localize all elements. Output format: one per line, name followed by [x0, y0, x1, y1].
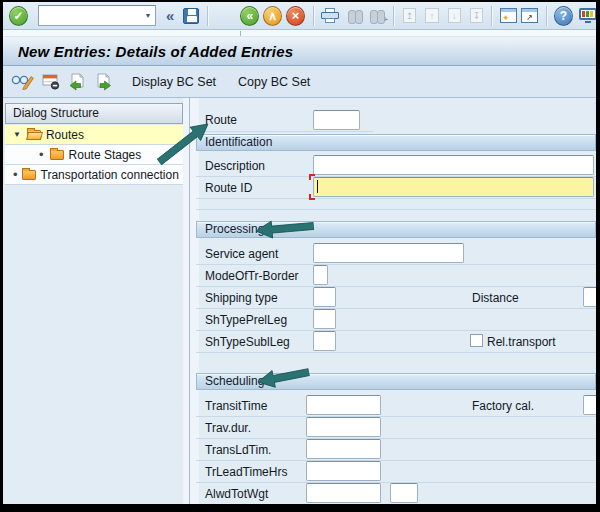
- service-agent-input[interactable]: [313, 243, 464, 263]
- menu-strip: [3, 30, 596, 37]
- route-id-input[interactable]: [313, 177, 594, 197]
- delete-entry-icon[interactable]: [42, 73, 60, 90]
- first-page-icon: ↥: [406, 11, 414, 21]
- sidebar-item-transportation-connection[interactable]: • Transportation connection: [5, 165, 183, 185]
- mode-of-tr-border-label: ModeOfTr-Border: [205, 267, 299, 285]
- sidebar-item-label: Route Stages: [69, 148, 142, 162]
- enter-button[interactable]: ✓: [9, 6, 28, 26]
- trav-dur-input[interactable]: [306, 417, 381, 437]
- find-next-button[interactable]: +: [370, 10, 385, 22]
- folder-icon: [22, 170, 36, 180]
- route-input[interactable]: [313, 110, 360, 130]
- content-area: Dialog Structure ▼ Routes • Route Stages…: [3, 98, 596, 504]
- toolbar-separator: [546, 6, 547, 26]
- last-page-icon: ↧: [473, 11, 481, 21]
- focus-corner: [309, 194, 315, 200]
- cancel-button[interactable]: ×: [286, 6, 305, 26]
- tr-lead-time-hrs-label: TrLeadTimeHrs: [205, 463, 287, 481]
- chevron-expanded-icon[interactable]: ▼: [13, 130, 21, 139]
- tr-lead-time-hrs-input[interactable]: [306, 461, 381, 481]
- folder-open-icon: [27, 130, 41, 140]
- rel-transport-label: Rel.transport: [487, 333, 556, 351]
- bullet-icon: •: [13, 167, 18, 182]
- route-label: Route: [205, 111, 237, 129]
- trans-ld-tim-label: TransLdTim.: [205, 441, 271, 459]
- section-identification: Identification: [196, 134, 596, 151]
- toolbar-separator: [393, 6, 394, 26]
- page-title: New Entries: Details of Added Entries: [18, 43, 293, 60]
- factory-cal-input[interactable]: [583, 395, 596, 415]
- last-page-button[interactable]: ↧: [470, 8, 483, 23]
- first-page-button[interactable]: ↥: [403, 8, 416, 23]
- next-page-icon: ↓: [452, 11, 457, 21]
- shipping-type-input[interactable]: [313, 287, 336, 307]
- panel-divider: [189, 98, 190, 504]
- section-processing: Processing: [196, 221, 596, 238]
- transit-time-input[interactable]: [306, 395, 381, 415]
- route-id-label: Route ID: [205, 179, 252, 197]
- create-shortcut-button[interactable]: ↗: [521, 8, 538, 23]
- distance-input[interactable]: [583, 287, 596, 307]
- find-button[interactable]: [348, 10, 363, 22]
- rel-transport-checkbox[interactable]: [470, 334, 483, 347]
- binoculars-plus-icon: +: [383, 15, 388, 24]
- collapse-button[interactable]: «: [166, 7, 174, 24]
- new-session-icon: ✦: [502, 13, 510, 23]
- toolbar-separator: [207, 6, 208, 26]
- customize-layout-button[interactable]: [579, 8, 596, 23]
- sidebar-item-label: Transportation connection: [41, 168, 179, 182]
- help-button[interactable]: ?: [554, 6, 573, 26]
- help-icon: ?: [560, 9, 567, 23]
- shipping-type-label: Shipping type: [205, 289, 278, 307]
- check-icon: ✓: [13, 9, 23, 23]
- alwd-tot-wgt-label: AlwdTotWgt: [205, 485, 268, 503]
- previous-entry-icon[interactable]: [68, 73, 86, 91]
- cancel-icon: ×: [292, 8, 300, 23]
- transit-time-label: TransitTime: [205, 397, 267, 415]
- mode-of-tr-border-input[interactable]: [313, 265, 328, 285]
- chevron-down-icon[interactable]: ▼: [141, 12, 155, 19]
- previous-page-icon: ↑: [430, 11, 435, 21]
- trav-dur-label: Trav.dur.: [205, 419, 251, 437]
- sap-gui-window: ✓ ▼ « « ∧ × + ↥ ↑ ↓ ↧ ✦ ↗ ?: [0, 0, 600, 512]
- system-toolbar: ✓ ▼ « « ∧ × + ↥ ↑ ↓ ↧ ✦ ↗ ?: [3, 2, 596, 30]
- sh-type-subl-leg-label: ShTypeSublLeg: [205, 333, 290, 351]
- application-toolbar: Display BC Set Copy BC Set: [3, 66, 596, 98]
- sidebar-item-label: Routes: [46, 128, 84, 142]
- back-button[interactable]: «: [240, 6, 259, 26]
- dialog-structure-header: Dialog Structure: [5, 103, 183, 124]
- toolbar-separator: [313, 6, 314, 26]
- next-page-button[interactable]: ↓: [448, 8, 461, 23]
- sh-type-prel-leg-input[interactable]: [313, 309, 336, 329]
- distance-label: Distance: [472, 289, 519, 307]
- service-agent-label: Service agent: [205, 245, 278, 263]
- copy-bc-set-button[interactable]: Copy BC Set: [238, 75, 310, 89]
- description-label: Description: [205, 157, 265, 175]
- trans-ld-tim-input[interactable]: [306, 439, 381, 459]
- next-entry-icon[interactable]: [94, 73, 112, 91]
- display-bc-set-button[interactable]: Display BC Set: [132, 75, 216, 89]
- print-button[interactable]: [321, 8, 338, 23]
- title-bar: New Entries: Details of Added Entries: [3, 37, 596, 66]
- back-icon: «: [246, 9, 253, 23]
- sh-type-subl-leg-input[interactable]: [313, 331, 336, 351]
- save-button[interactable]: [183, 8, 199, 24]
- alwd-tot-wgt-unit-input[interactable]: [390, 483, 418, 503]
- bullet-icon: •: [39, 147, 44, 162]
- shortcut-icon: ↗: [526, 13, 533, 22]
- focus-corner: [309, 174, 315, 180]
- section-scheduling: Scheduling: [196, 373, 596, 390]
- command-input[interactable]: [39, 6, 141, 25]
- alwd-tot-wgt-input[interactable]: [306, 483, 381, 503]
- sidebar-item-route-stages[interactable]: • Route Stages: [5, 145, 183, 165]
- sh-type-prel-leg-label: ShTypePrelLeg: [205, 311, 287, 329]
- command-field[interactable]: ▼: [38, 5, 156, 26]
- sidebar-item-routes[interactable]: ▼ Routes: [5, 125, 183, 145]
- display-change-icon[interactable]: [11, 72, 34, 91]
- text-cursor: [317, 180, 318, 193]
- previous-page-button[interactable]: ↑: [425, 8, 438, 23]
- exit-button[interactable]: ∧: [263, 6, 282, 26]
- factory-cal-label: Factory cal.: [472, 397, 534, 415]
- new-session-button[interactable]: ✦: [500, 8, 517, 23]
- description-input[interactable]: [313, 155, 594, 175]
